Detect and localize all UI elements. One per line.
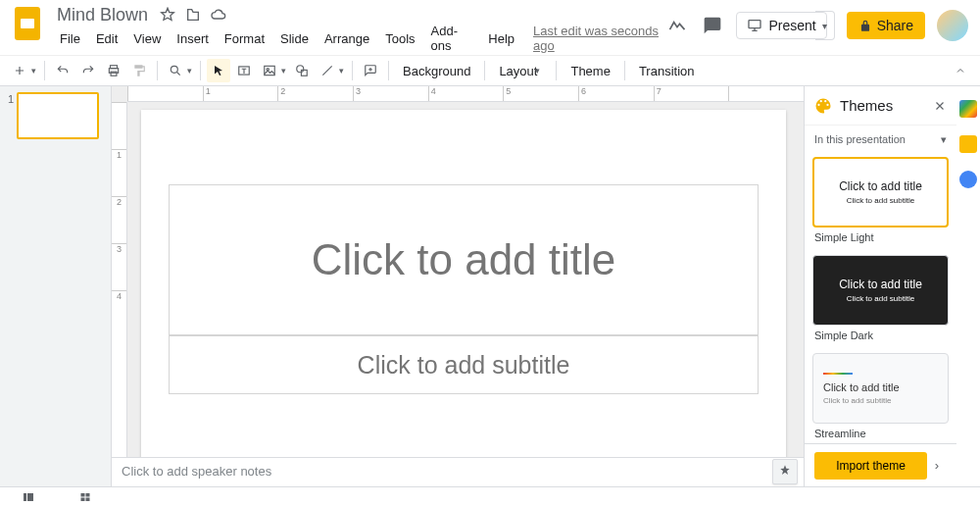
slide-number: 1 [4, 92, 14, 139]
filmstrip[interactable]: 1 [0, 86, 112, 486]
filmstrip-view-icon[interactable] [20, 490, 37, 504]
account-avatar[interactable] [937, 10, 968, 41]
collapse-toolbar-button[interactable] [949, 59, 972, 82]
footer-bar [0, 486, 980, 506]
themes-panel: Themes In this presentation ▾ Click to a… [804, 86, 956, 486]
zoom-button[interactable] [164, 59, 187, 82]
present-icon [747, 18, 762, 33]
menu-arrange[interactable]: Arrange [318, 29, 376, 48]
svg-rect-0 [749, 21, 760, 28]
speaker-notes[interactable]: Click to add speaker notes [112, 457, 804, 486]
present-dropdown[interactable]: ▾ [815, 11, 835, 40]
layout-button[interactable]: Layout▾ [491, 59, 550, 82]
canvas-area[interactable]: 1234567 1234 Click to add title Click to… [112, 86, 804, 486]
slide-canvas[interactable]: Click to add title Click to add subtitle [141, 110, 786, 475]
present-label: Present [768, 18, 815, 33]
comment-tool[interactable] [359, 59, 382, 82]
theme-name: Simple Dark [812, 326, 949, 349]
side-panel-rail [956, 86, 980, 486]
vertical-ruler: 1234 [112, 102, 127, 486]
theme-button[interactable]: Theme [563, 59, 617, 82]
last-edit-link[interactable]: Last edit was seconds ago [533, 24, 665, 53]
present-button[interactable]: Present [736, 12, 826, 39]
svg-rect-13 [86, 493, 90, 497]
close-icon[interactable] [933, 99, 947, 113]
redo-button[interactable] [76, 59, 100, 82]
line-dropdown[interactable]: ▾ [339, 66, 346, 76]
menu-tools[interactable]: Tools [378, 29, 421, 48]
line-tool[interactable] [316, 59, 339, 82]
undo-button[interactable] [51, 59, 74, 82]
transition-button[interactable]: Transition [631, 59, 703, 82]
svg-rect-15 [86, 497, 90, 501]
import-theme-button[interactable]: Import theme [814, 452, 927, 480]
theme-name: Simple Light [812, 228, 949, 251]
svg-rect-11 [27, 493, 33, 501]
menu-view[interactable]: View [126, 29, 168, 48]
cloud-status-icon[interactable] [211, 7, 226, 23]
themes-list[interactable]: Click to add title Click to add subtitle… [805, 153, 956, 443]
calendar-addon-icon[interactable] [959, 100, 977, 118]
themes-subheader[interactable]: In this presentation ▾ [805, 126, 956, 153]
textbox-tool[interactable] [232, 59, 256, 82]
explore-button[interactable] [772, 459, 798, 484]
activity-icon[interactable] [665, 14, 689, 37]
themes-title: Themes [840, 97, 925, 114]
new-slide-dropdown[interactable]: ▾ [31, 66, 38, 76]
import-theme-next[interactable]: › [927, 458, 947, 473]
svg-rect-9 [301, 70, 307, 76]
speaker-notes-placeholder: Click to add speaker notes [122, 464, 271, 479]
comments-icon[interactable] [701, 14, 724, 37]
tasks-addon-icon[interactable] [959, 171, 977, 188]
menu-bar: File Edit View Insert Format Slide Arran… [53, 27, 665, 49]
horizontal-ruler: 1234567 [127, 86, 804, 102]
slides-logo[interactable] [8, 4, 47, 43]
move-icon[interactable] [185, 7, 201, 23]
menu-file[interactable]: File [53, 29, 87, 48]
menu-addons[interactable]: Add-ons [424, 22, 480, 55]
lock-icon [858, 19, 872, 32]
svg-rect-14 [81, 497, 85, 501]
document-title[interactable]: Mind Blown [53, 4, 152, 26]
share-label: Share [877, 18, 913, 33]
title-textbox[interactable]: Click to add title [169, 184, 759, 335]
subtitle-placeholder: Click to add subtitle [358, 351, 570, 380]
print-button[interactable] [102, 59, 125, 82]
svg-rect-10 [24, 493, 26, 501]
paint-format-button[interactable] [127, 59, 151, 82]
chevron-down-icon: ▾ [941, 133, 947, 146]
keep-addon-icon[interactable] [959, 135, 977, 153]
menu-format[interactable]: Format [218, 29, 271, 48]
image-dropdown[interactable]: ▾ [281, 66, 288, 76]
theme-preview-streamline[interactable]: Click to add title Click to add subtitle [812, 353, 949, 424]
title-placeholder: Click to add title [312, 235, 616, 284]
menu-slide[interactable]: Slide [273, 29, 316, 48]
star-icon[interactable] [160, 7, 175, 23]
theme-preview-simple-dark[interactable]: Click to add title Click to add subtitle [812, 255, 949, 326]
svg-rect-12 [81, 493, 85, 497]
new-slide-button[interactable] [8, 59, 31, 82]
background-button[interactable]: Background [395, 59, 478, 82]
slide-thumbnail[interactable] [17, 92, 99, 139]
menu-help[interactable]: Help [481, 29, 521, 48]
share-button[interactable]: Share [847, 12, 925, 39]
theme-preview-simple-light[interactable]: Click to add title Click to add subtitle [812, 157, 949, 228]
subtitle-textbox[interactable]: Click to add subtitle [169, 335, 759, 394]
image-tool[interactable] [258, 59, 281, 82]
menu-edit[interactable]: Edit [89, 29, 124, 48]
zoom-dropdown[interactable]: ▾ [187, 66, 194, 76]
select-tool[interactable] [207, 59, 230, 82]
svg-point-8 [297, 66, 304, 73]
svg-rect-6 [265, 66, 275, 75]
toolbar: ▾ ▾ ▾ ▾ Background Layout▾ Theme Transit… [0, 55, 980, 86]
menu-insert[interactable]: Insert [170, 29, 216, 48]
grid-view-icon[interactable] [76, 490, 94, 504]
shape-tool[interactable] [290, 59, 314, 82]
theme-name: Streamline [812, 424, 949, 443]
svg-point-4 [171, 66, 177, 73]
themes-icon [814, 97, 832, 115]
